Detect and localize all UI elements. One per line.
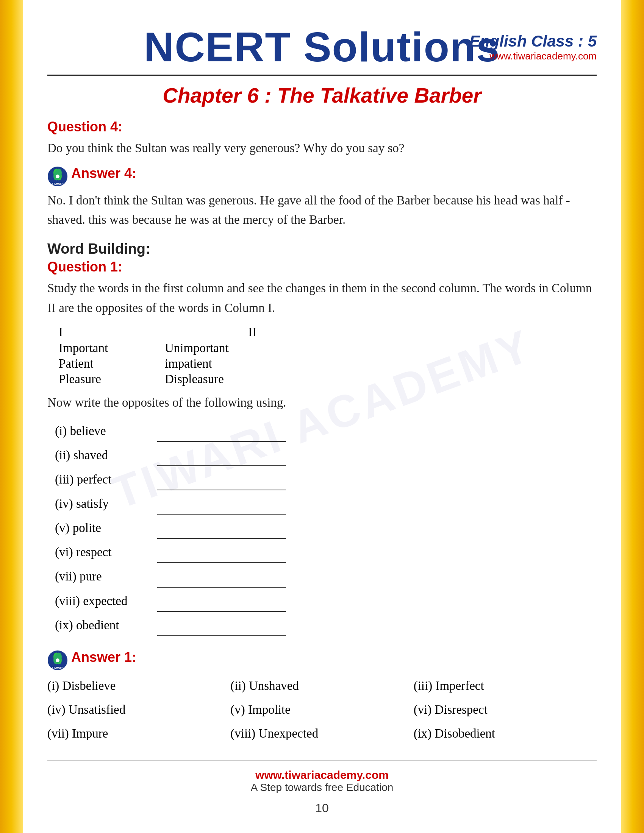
fill-line-5 [157, 517, 286, 539]
fill-item-9: (ix) obedient [55, 614, 597, 636]
ans-2-col1: (iv) Unsatisfied [47, 699, 230, 721]
fill-item-8: (viii) expected [55, 590, 597, 612]
fill-line-2 [157, 444, 286, 466]
tiwari-logo-answer4: TIWARI [47, 166, 68, 187]
fill-label-2: (ii) shaved [55, 444, 153, 466]
fill-line-1 [157, 420, 286, 442]
question1-text: Study the words in the first column and … [47, 279, 597, 317]
word-columns: I II Important Unimportant Patient impat… [59, 325, 597, 386]
word-row-1: Important Unimportant [59, 341, 597, 355]
answer4-text: No. I don't think the Sultan was generou… [47, 191, 597, 230]
fill-label-8: (viii) expected [55, 590, 153, 611]
svg-point-3 [56, 175, 60, 178]
tiwari-logo-answer1: TIWARI [47, 650, 68, 671]
footer: www.tiwariacademy.com A Step towards fre… [47, 760, 597, 794]
word-row-3: Pleasure Displeasure [59, 372, 597, 386]
col2-displeasure: Displeasure [165, 372, 224, 386]
fill-label-9: (ix) obedient [55, 614, 153, 636]
footer-tagline: A Step towards free Education [47, 782, 597, 794]
answer1-grid: (i) Disbelieve (ii) Unshaved (iii) Imper… [47, 675, 597, 745]
fill-line-8 [157, 590, 286, 612]
ans-1-col2: (ii) Unshaved [230, 675, 413, 697]
fill-label-6: (vi) respect [55, 542, 153, 563]
col1-important: Important [59, 341, 165, 355]
answer1-label: Answer 1: [71, 650, 136, 665]
ans-2-col3: (vi) Disrespect [414, 699, 597, 721]
top-branding: English Class : 5 www.tiwariacademy.com [469, 32, 597, 62]
word-row-2: Patient impatient [59, 357, 597, 371]
fill-item-7: (vii) pure [55, 565, 597, 587]
fill-label-5: (v) polite [55, 517, 153, 539]
question4-text: Do you think the Sultan was really very … [47, 138, 597, 158]
fill-line-4 [157, 493, 286, 515]
english-class-label: English Class : 5 [469, 32, 597, 50]
col2-header: II [248, 325, 256, 339]
fill-label-1: (i) believe [55, 420, 153, 442]
fill-line-6 [157, 541, 286, 563]
col1-patient: Patient [59, 357, 165, 371]
col2-unimportant: Unimportant [165, 341, 229, 355]
chapter-heading: Chapter 6 : The Talkative Barber [47, 83, 597, 108]
question4-label: Question 4: [47, 119, 597, 135]
svg-point-8 [56, 658, 60, 662]
fill-item-5: (v) polite [55, 517, 597, 539]
fill-items-list: (i) believe (ii) shaved (iii) perfect (i… [55, 420, 597, 636]
svg-text:TIWARI: TIWARI [52, 182, 64, 186]
page-number: 10 [47, 801, 597, 815]
ans-1-col3: (iii) Imperfect [414, 675, 597, 697]
divider [47, 75, 597, 76]
ans-2-col2: (v) Impolite [230, 699, 413, 721]
fill-item-6: (vi) respect [55, 541, 597, 563]
ans-3-col1: (vii) Impure [47, 722, 230, 745]
col1-header: I [59, 325, 165, 339]
ans-3-col2: (viii) Unexpected [230, 722, 413, 745]
website-url-top: www.tiwariacademy.com [469, 50, 597, 62]
answer-row-3: (vii) Impure (viii) Unexpected (ix) Diso… [47, 722, 597, 745]
footer-url: www.tiwariacademy.com [47, 769, 597, 782]
question1-label: Question 1: [47, 259, 597, 275]
fill-label-3: (iii) perfect [55, 469, 153, 490]
ans-3-col3: (ix) Disobedient [414, 722, 597, 745]
col1-pleasure: Pleasure [59, 372, 165, 386]
fill-line-3 [157, 468, 286, 490]
fill-line-9 [157, 614, 286, 636]
fill-line-7 [157, 565, 286, 587]
fill-instruction: Now write the opposites of the following… [47, 393, 597, 412]
answer-row-2: (iv) Unsatisfied (v) Impolite (vi) Disre… [47, 699, 597, 721]
svg-text:TIWARI: TIWARI [52, 666, 64, 670]
fill-label-4: (iv) satisfy [55, 493, 153, 514]
ans-1-col1: (i) Disbelieve [47, 675, 230, 697]
word-building-heading: Word Building: [47, 241, 597, 257]
fill-label-7: (vii) pure [55, 566, 153, 587]
col2-impatient: impatient [165, 357, 212, 371]
fill-item-2: (ii) shaved [55, 444, 597, 466]
answer4-section: TIWARI Answer 4: [47, 166, 597, 187]
answer4-label: Answer 4: [71, 166, 136, 182]
fill-item-3: (iii) perfect [55, 468, 597, 490]
fill-item-4: (iv) satisfy [55, 493, 597, 515]
fill-item-1: (i) believe [55, 420, 597, 442]
answer-row-1: (i) Disbelieve (ii) Unshaved (iii) Imper… [47, 675, 597, 697]
answer1-section: TIWARI Answer 1: [47, 650, 597, 671]
